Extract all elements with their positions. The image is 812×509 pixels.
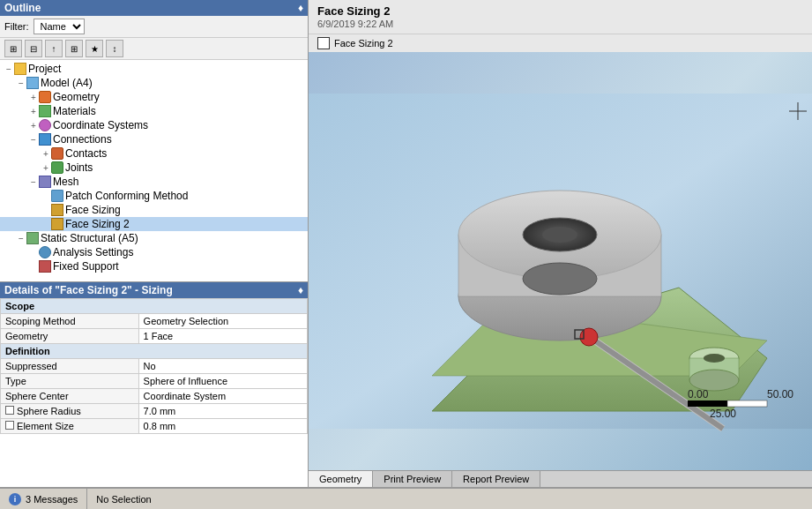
status-text: 3 Messages bbox=[26, 494, 78, 505]
tree-expand-mesh[interactable]: − bbox=[28, 177, 39, 187]
tree-expand-model[interactable]: − bbox=[16, 79, 26, 88]
tree-icon-mesh bbox=[39, 176, 51, 188]
tree-item-static[interactable]: −Static Structural (A5) bbox=[0, 231, 308, 245]
tree-expand-contacts[interactable]: + bbox=[41, 149, 51, 159]
details-prop-label: Sphere Radius bbox=[1, 404, 139, 419]
details-row: Definition bbox=[1, 344, 308, 359]
details-row: Scoping MethodGeometry Selection bbox=[1, 314, 308, 329]
tree-item-joints[interactable]: +Joints bbox=[0, 161, 308, 175]
details-prop-label: Element Size bbox=[1, 419, 139, 434]
outline-pin[interactable]: ♦ bbox=[298, 2, 303, 14]
tree-icon-face_sizing bbox=[51, 204, 63, 216]
tree-expand-connections[interactable]: − bbox=[28, 135, 39, 145]
right-panel: Face Sizing 2 6/9/2019 9:22 AM Face Sizi… bbox=[309, 0, 812, 487]
viewport-title: Face Sizing 2 bbox=[317, 4, 803, 18]
toolbar-btn-4[interactable]: ⊞ bbox=[65, 40, 83, 57]
svg-text:25.00: 25.00 bbox=[710, 408, 736, 420]
viewport-tab-report-preview[interactable]: Report Preview bbox=[452, 471, 540, 487]
tree-area: −Project−Model (A4)+Geometry+Materials+C… bbox=[0, 60, 308, 281]
toolbar-btn-6[interactable]: ↕ bbox=[106, 40, 123, 57]
details-prop-label: Sphere Center bbox=[1, 389, 139, 404]
details-prop-value: 7.0 mm bbox=[138, 404, 307, 419]
toolbar-btn-1[interactable]: ⊞ bbox=[4, 40, 22, 57]
svg-text:0.00: 0.00 bbox=[688, 388, 709, 400]
tree-expand-materials[interactable]: + bbox=[28, 107, 39, 116]
tree-item-patch[interactable]: Patch Conforming Method bbox=[0, 189, 308, 203]
outline-title: Outline bbox=[4, 2, 41, 14]
svg-rect-22 bbox=[727, 400, 767, 407]
svg-point-12 bbox=[523, 263, 597, 295]
tree-label-face_sizing2: Face Sizing 2 bbox=[65, 218, 130, 230]
toolbar-btn-5[interactable]: ★ bbox=[86, 40, 103, 57]
tree-item-project[interactable]: −Project bbox=[0, 62, 308, 76]
top-area: Outline ♦ Filter: Name Type ⊞ ⊟ ↑ ⊞ ★ bbox=[0, 0, 812, 487]
tree-label-geometry: Geometry bbox=[53, 91, 100, 103]
3d-scene: 0.00 50.00 25.00 bbox=[309, 52, 812, 470]
tree-item-analysis[interactable]: Analysis Settings bbox=[0, 245, 308, 259]
tree-icon-model bbox=[26, 77, 39, 89]
filter-select[interactable]: Name Type bbox=[34, 19, 85, 34]
main-container: Outline ♦ Filter: Name Type ⊞ ⊟ ↑ ⊞ ★ bbox=[0, 0, 812, 509]
tree-label-contacts: Contacts bbox=[65, 147, 107, 160]
legend-box bbox=[317, 37, 330, 49]
viewport-3d[interactable]: 0.00 50.00 25.00 bbox=[309, 52, 812, 470]
details-header: Details of "Face Sizing 2" - Sizing ♦ bbox=[0, 282, 308, 298]
tree-item-geometry[interactable]: +Geometry bbox=[0, 90, 308, 104]
viewport-header: Face Sizing 2 6/9/2019 9:22 AM bbox=[309, 0, 812, 34]
tree-label-fixed: Fixed Support bbox=[53, 260, 119, 273]
tree-icon-coordinate bbox=[39, 119, 51, 131]
status-bar: i 3 Messages No Selection bbox=[0, 487, 812, 509]
svg-point-6 bbox=[704, 354, 725, 363]
details-prop-value: Coordinate System bbox=[138, 389, 307, 404]
tree-item-fixed[interactable]: Fixed Support bbox=[0, 259, 308, 273]
details-checkbox[interactable] bbox=[5, 406, 14, 415]
details-prop-value: Sphere of Influence bbox=[138, 374, 307, 389]
status-messages-area: i 3 Messages bbox=[0, 489, 87, 509]
tree-expand-coordinate[interactable]: + bbox=[28, 121, 39, 131]
tree-item-materials[interactable]: +Materials bbox=[0, 104, 308, 118]
tree-item-model[interactable]: −Model (A4) bbox=[0, 76, 308, 90]
tree-expand-static[interactable]: − bbox=[16, 234, 26, 243]
details-table: ScopeScoping MethodGeometry SelectionGeo… bbox=[0, 298, 308, 487]
tree-label-static: Static Structural (A5) bbox=[41, 232, 138, 244]
tree-label-face_sizing: Face Sizing bbox=[65, 204, 121, 216]
tree-item-mesh[interactable]: −Mesh bbox=[0, 175, 308, 189]
tree-label-patch: Patch Conforming Method bbox=[65, 190, 188, 202]
tree-item-coordinate[interactable]: +Coordinate Systems bbox=[0, 118, 308, 132]
details-row: Geometry1 Face bbox=[1, 329, 308, 344]
tree-item-connections[interactable]: −Connections bbox=[0, 132, 308, 146]
tree-icon-contacts bbox=[51, 147, 63, 160]
tree-expand-geometry[interactable]: + bbox=[28, 93, 39, 102]
tree-icon-materials bbox=[39, 105, 51, 117]
viewport-tab-print-preview[interactable]: Print Preview bbox=[373, 471, 452, 487]
tree-label-mesh: Mesh bbox=[53, 176, 78, 188]
legend-label: Face Sizing 2 bbox=[334, 38, 393, 49]
toolbar-btn-2[interactable]: ⊟ bbox=[25, 40, 42, 57]
tree-icon-face_sizing2 bbox=[51, 218, 63, 230]
svg-text:50.00: 50.00 bbox=[767, 388, 793, 400]
tree-label-analysis: Analysis Settings bbox=[53, 246, 133, 258]
toolbar-btn-3[interactable]: ↑ bbox=[45, 40, 63, 57]
tree-expand-joints[interactable]: + bbox=[41, 163, 51, 173]
svg-point-15 bbox=[580, 328, 598, 346]
details-pin[interactable]: ♦ bbox=[298, 284, 303, 296]
details-checkbox[interactable] bbox=[5, 421, 14, 430]
details-prop-label: Scoping Method bbox=[1, 314, 139, 329]
details-prop-value: Geometry Selection bbox=[138, 314, 307, 329]
details-table-content: ScopeScoping MethodGeometry SelectionGeo… bbox=[0, 298, 308, 434]
details-row: SuppressedNo bbox=[1, 359, 308, 374]
tree-label-joints: Joints bbox=[65, 161, 93, 174]
tree-expand-project[interactable]: − bbox=[4, 64, 14, 74]
viewport-tab-geometry[interactable]: Geometry bbox=[309, 471, 373, 487]
tree-item-contacts[interactable]: +Contacts bbox=[0, 146, 308, 161]
tree-label-model: Model (A4) bbox=[41, 77, 93, 89]
status-icon: i bbox=[9, 493, 21, 505]
svg-rect-21 bbox=[688, 400, 727, 407]
tree-icon-fixed bbox=[39, 260, 51, 273]
tree-item-face_sizing2[interactable]: Face Sizing 2 bbox=[0, 217, 308, 231]
details-prop-value: 0.8 mm bbox=[138, 419, 307, 434]
outline-section: Outline ♦ Filter: Name Type ⊞ ⊟ ↑ ⊞ ★ bbox=[0, 0, 308, 282]
tree-item-face_sizing[interactable]: Face Sizing bbox=[0, 203, 308, 217]
svg-point-11 bbox=[542, 227, 577, 243]
details-section: Details of "Face Sizing 2" - Sizing ♦ Sc… bbox=[0, 282, 308, 487]
